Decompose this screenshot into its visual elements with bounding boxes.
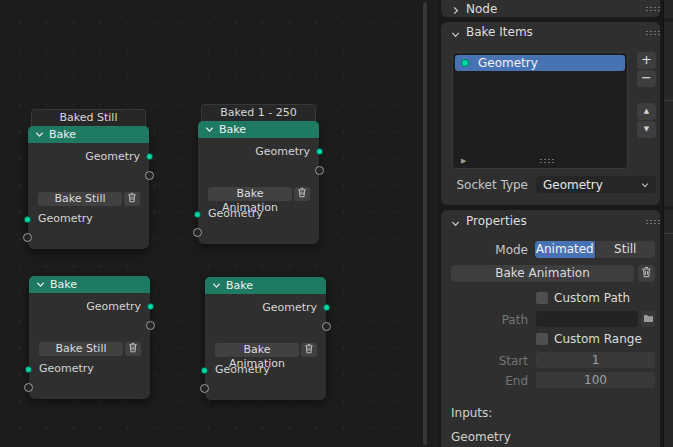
extend-socket-left[interactable]: [23, 233, 32, 242]
node-header[interactable]: Bake: [198, 121, 319, 138]
node-header[interactable]: Bake: [28, 126, 149, 143]
panel-drag-grip[interactable]: [645, 6, 660, 12]
output-socket-label: Geometry: [262, 301, 317, 314]
extend-socket-right[interactable]: [145, 171, 154, 180]
chevron-down-icon[interactable]: [451, 217, 460, 231]
mode-option-animated[interactable]: Animated: [535, 241, 595, 258]
move-item-down-button[interactable]: ▼: [637, 121, 656, 138]
node-header[interactable]: Bake: [29, 276, 150, 293]
panel-node[interactable]: Node: [441, 0, 660, 17]
node-header-label: Bake: [219, 123, 246, 136]
end-label: End: [441, 374, 528, 388]
delete-bake-button[interactable]: [294, 187, 310, 201]
geometry-output-socket[interactable]: [147, 303, 154, 310]
region-panel-gap: [664, 206, 673, 210]
output-socket-label: Geometry: [255, 145, 310, 158]
start-value-field[interactable]: 1: [536, 352, 655, 368]
input-socket-label: Geometry: [208, 207, 263, 220]
move-item-up-button[interactable]: ▲: [637, 103, 656, 120]
delete-bake-button[interactable]: [125, 342, 141, 356]
chevron-right-icon[interactable]: [451, 4, 460, 18]
bake-node-baked-1-250[interactable]: Baked 1 - 250 Bake Geometry Bake Animati…: [198, 121, 319, 244]
mode-segmented-control: Animated Still: [535, 241, 655, 258]
remove-item-button[interactable]: −: [637, 70, 656, 87]
region-divider-mark: [664, 100, 673, 101]
panel-properties: Properties Mode Animated Still Bake Anim…: [441, 210, 660, 447]
geometry-output-socket[interactable]: [146, 153, 153, 160]
extend-socket-right[interactable]: [315, 166, 324, 175]
bake-animation-operator-button[interactable]: Bake Animation: [451, 265, 634, 282]
socket-type-dropdown[interactable]: Geometry: [536, 176, 656, 193]
custom-path-checkbox[interactable]: [536, 292, 548, 304]
geometry-input-socket[interactable]: [24, 216, 31, 223]
extend-socket-right[interactable]: [322, 322, 331, 331]
geometry-input-socket[interactable]: [25, 366, 32, 373]
node-header[interactable]: Bake: [205, 277, 326, 294]
input-socket-label: Geometry: [38, 212, 93, 225]
bake-animation-button[interactable]: Bake Animation: [215, 343, 299, 357]
node-title-bar: Baked Still: [31, 109, 146, 126]
delete-bake-button[interactable]: [124, 192, 140, 206]
trash-icon: [304, 343, 314, 357]
trash-icon: [127, 192, 137, 206]
mode-label: Mode: [441, 243, 528, 257]
panel-node-title: Node: [466, 1, 497, 17]
custom-range-checkbox[interactable]: [536, 333, 548, 345]
bake-items-list[interactable]: Geometry ▶: [452, 52, 628, 169]
extend-socket-left[interactable]: [200, 384, 209, 393]
bake-animation-button[interactable]: Bake Animation: [208, 187, 292, 201]
end-value-field[interactable]: 100: [536, 372, 655, 388]
inputs-item-geometry: Geometry: [451, 430, 511, 444]
input-socket-label: Geometry: [215, 363, 270, 376]
geometry-output-socket[interactable]: [323, 304, 330, 311]
chevron-down-icon[interactable]: [212, 281, 221, 290]
delete-bake-button[interactable]: [638, 265, 655, 282]
list-item-label: Geometry: [478, 56, 538, 70]
region-divider-mark: [664, 233, 673, 234]
chevron-down-icon[interactable]: [35, 130, 44, 139]
output-socket-label: Geometry: [85, 150, 140, 163]
node-header-label: Bake: [226, 279, 253, 292]
panel-drag-grip[interactable]: [645, 219, 660, 225]
node-editor-canvas[interactable]: Baked Still Bake Geometry Bake Still Geo…: [0, 0, 438, 447]
geometry-output-socket[interactable]: [316, 148, 323, 155]
canvas-scrollbar[interactable]: [423, 2, 427, 445]
panel-drag-grip[interactable]: [645, 30, 660, 36]
geometry-input-socket[interactable]: [194, 211, 201, 218]
chevron-down-icon[interactable]: [36, 280, 45, 289]
mode-option-still[interactable]: Still: [595, 241, 656, 258]
add-item-button[interactable]: +: [637, 52, 656, 69]
file-browse-button[interactable]: [641, 311, 655, 327]
start-label: Start: [441, 354, 528, 368]
socket-type-label: Socket Type: [441, 178, 528, 192]
inputs-heading: Inputs:: [451, 406, 492, 420]
bake-still-button[interactable]: Bake Still: [39, 342, 123, 356]
geometry-input-socket[interactable]: [201, 367, 208, 374]
panel-properties-title: Properties: [466, 213, 527, 229]
node-title-bar: Baked 1 - 250: [201, 104, 316, 121]
bake-node-animation-2[interactable]: Bake Geometry Bake Animation Geometry: [205, 277, 326, 400]
output-socket-label: Geometry: [86, 300, 141, 313]
path-input[interactable]: [536, 311, 638, 327]
extend-socket-left[interactable]: [24, 383, 33, 392]
bake-node-baked-still[interactable]: Baked Still Bake Geometry Bake Still Geo…: [28, 126, 149, 249]
trash-icon: [128, 342, 138, 356]
delete-bake-button[interactable]: [301, 343, 317, 357]
region-edge-strip[interactable]: [663, 0, 673, 447]
bake-still-button[interactable]: Bake Still: [38, 192, 122, 206]
chevron-down-icon[interactable]: [451, 28, 460, 42]
region-panel-gap: [664, 18, 673, 22]
list-item-geometry[interactable]: Geometry: [455, 55, 625, 71]
panel-bake-items-title: Bake Items: [466, 24, 533, 40]
chevron-down-icon[interactable]: [205, 125, 214, 134]
input-socket-label: Geometry: [39, 362, 94, 375]
extend-socket-right[interactable]: [146, 321, 155, 330]
blender-geometry-nodes-editor: Baked Still Bake Geometry Bake Still Geo…: [0, 0, 673, 447]
trash-icon: [641, 266, 652, 281]
bake-node-still-2[interactable]: Bake Geometry Bake Still Geometry: [29, 276, 150, 399]
custom-path-label: Custom Path: [554, 291, 630, 305]
extend-socket-left[interactable]: [193, 228, 202, 237]
chevron-down-icon: [641, 178, 649, 192]
list-filter-toggle-icon[interactable]: ▶: [461, 157, 466, 165]
list-resize-grip[interactable]: [539, 158, 554, 164]
